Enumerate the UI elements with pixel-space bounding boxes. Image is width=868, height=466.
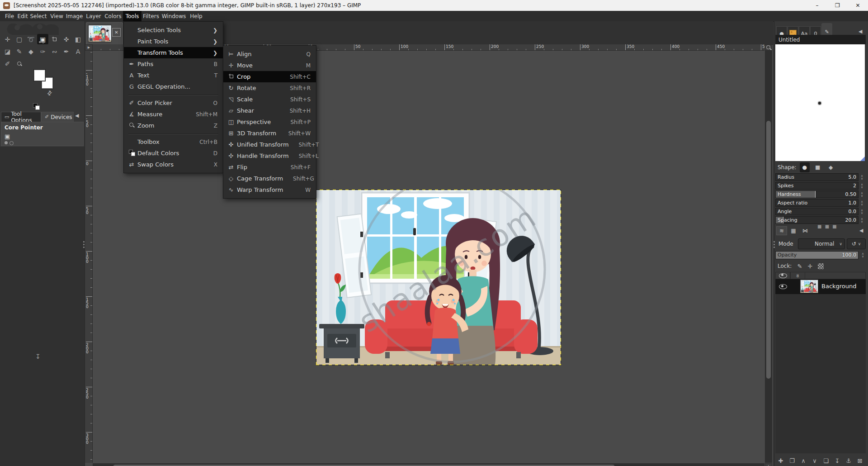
layer-visibility-eye-icon[interactable] <box>779 284 787 289</box>
opacity-spinner[interactable]: ∧∨ <box>860 251 866 259</box>
delete-layer-button[interactable]: ⊠ <box>855 456 865 465</box>
new-layer-group-button[interactable]: ❐ <box>787 456 797 465</box>
menu-item-measure[interactable]: ∡MeasureShift+M <box>124 109 223 120</box>
aspect-ratio-slider-spinner[interactable]: ∧∨ <box>859 199 865 207</box>
duplicate-layer-button[interactable]: ❏ <box>821 456 831 465</box>
spacing-slider-spinner[interactable]: ∧∨ <box>859 216 865 224</box>
spacing-slider[interactable]: Spacing20.0 <box>775 216 859 224</box>
spikes-slider-spinner[interactable]: ∧∨ <box>859 182 865 190</box>
anchor-layer-button[interactable]: ⚓ <box>844 456 854 465</box>
gradient-tool-icon[interactable]: ◧ <box>72 34 84 44</box>
menu-item-paths[interactable]: ✒PathsB <box>124 58 223 70</box>
eraser-tool-icon[interactable]: ◆ <box>25 46 37 57</box>
menubar-item-colors[interactable]: Colors <box>104 11 123 21</box>
zoom-tool-icon[interactable] <box>14 58 25 69</box>
lock-position-icon[interactable]: ✛ <box>807 263 812 270</box>
brush-preview-canvas[interactable] <box>775 44 865 161</box>
bucket-fill-tool-icon[interactable]: ◪ <box>2 46 13 57</box>
dynamics-tab[interactable]: ⋈ <box>800 226 811 235</box>
merge-down-button[interactable]: ↧ <box>832 456 842 465</box>
menubar-item-edit[interactable]: Edit <box>16 11 29 21</box>
mode-dropdown[interactable]: Normal ∨ <box>798 238 845 249</box>
image-canvas[interactable] <box>316 190 561 365</box>
aspect-ratio-slider[interactable]: Aspect ratio1.0 <box>775 199 859 207</box>
new-layer-button[interactable]: ✚ <box>776 456 786 465</box>
crop-tool-icon[interactable] <box>49 34 60 44</box>
brush-name-header[interactable]: Untitled <box>775 35 866 44</box>
lock-pixels-icon[interactable]: ✎ <box>797 263 802 270</box>
color-picker-tool-icon[interactable]: ✐ <box>2 58 13 69</box>
paths-tool-icon[interactable]: ✒ <box>61 46 72 57</box>
spikes-slider[interactable]: Spikes2 <box>775 182 859 190</box>
radius-slider[interactable]: Radius5.0 <box>775 173 859 181</box>
swap-colors-icon[interactable]: ⇄ <box>45 89 53 97</box>
dock-resize-grip[interactable] <box>83 241 85 249</box>
layer-row-background[interactable]: Background <box>775 279 866 294</box>
visibility-column-header[interactable] <box>775 272 790 279</box>
angle-slider[interactable]: Angle0.0 <box>775 208 859 215</box>
menubar-item-view[interactable]: View <box>49 11 64 21</box>
navigation-button[interactable]: ✛ <box>765 463 772 466</box>
paintbrush-tool-icon[interactable]: ✎ <box>14 46 25 57</box>
shape-circle-button[interactable]: ● <box>800 162 810 172</box>
tab-devices[interactable]: ✐Devices <box>41 112 74 122</box>
shape-diamond-button[interactable]: ◆ <box>826 162 836 172</box>
minimize-button[interactable]: – <box>807 0 827 11</box>
menubar-item-file[interactable]: File <box>3 11 16 21</box>
menubar-item-layer[interactable]: Layer <box>84 11 103 21</box>
radius-slider-spinner[interactable]: ∧∨ <box>859 173 865 181</box>
ink-tool-icon[interactable]: ✑ <box>37 46 48 57</box>
menu-item-selection-tools[interactable]: Selection Tools❯ <box>124 24 223 36</box>
smudge-tool-icon[interactable]: ∾ <box>49 46 60 57</box>
ruler-corner-button[interactable]: ▶ <box>85 44 93 51</box>
dock-collapse-icon[interactable]: ◀ <box>75 113 79 119</box>
submenu-item-perspective[interactable]: ◫PerspectiveShift+P <box>223 116 316 128</box>
panel-grip[interactable]: ■ ■ ■ <box>817 224 838 229</box>
close-button[interactable]: ✕ <box>848 0 868 11</box>
fuzzy-select-tool-icon[interactable]: ▣ <box>37 34 48 44</box>
opacity-slider[interactable]: Opacity 100.0 <box>775 251 859 259</box>
default-colors-icon[interactable] <box>33 103 39 109</box>
free-select-tool-icon[interactable]: ➰ <box>25 34 37 44</box>
menu-item-toolbox[interactable]: ToolboxCtrl+B <box>124 136 223 147</box>
submenu-item-3d-transform[interactable]: ⊞3D TransformShift+W <box>223 128 316 139</box>
horizontal-scrollbar[interactable] <box>93 463 764 466</box>
text-tool-icon[interactable]: A <box>72 46 84 57</box>
save-device-status-button[interactable]: ↧ <box>35 353 41 360</box>
menubar-item-image[interactable]: Image <box>65 11 84 21</box>
image-tab-close-icon[interactable]: ✕ <box>112 28 121 37</box>
menu-item-gegl-operation[interactable]: GGEGL Operation... <box>124 81 223 92</box>
lower-layer-button[interactable]: ∨ <box>810 456 820 465</box>
shape-square-button[interactable]: ■ <box>813 162 823 172</box>
menu-item-transform-tools[interactable]: Transform Tools❯ <box>124 47 223 58</box>
submenu-item-flip[interactable]: ⇄FlipShift+F <box>223 162 316 173</box>
dock-collapse-icon[interactable]: ◀ <box>859 228 863 233</box>
vertical-scrollbar[interactable] <box>765 51 772 463</box>
menubar-item-filters[interactable]: Filters <box>142 11 160 21</box>
brush-editor-view-tab[interactable]: ≋ <box>776 226 787 235</box>
raise-layer-button[interactable]: ∧ <box>798 456 808 465</box>
menu-item-paint-tools[interactable]: Paint Tools❯ <box>124 36 223 47</box>
dock-resize-grip[interactable] <box>773 241 775 249</box>
submenu-item-shear[interactable]: ▱ShearShift+H <box>223 105 316 116</box>
menubar-item-windows[interactable]: Windows <box>160 11 187 21</box>
grid-view-tab[interactable]: ▦ <box>788 226 799 235</box>
mode-switch-button[interactable]: ↺∨ <box>847 238 866 249</box>
layer-list-empty-area[interactable] <box>775 294 866 453</box>
menu-item-swap-colors[interactable]: ⇄Swap ColorsX <box>124 159 223 170</box>
lock-alpha-icon[interactable] <box>818 263 824 269</box>
move-tool-icon[interactable]: ✛ <box>2 34 13 44</box>
submenu-item-warp-transform[interactable]: ∿Warp TransformW <box>223 184 316 195</box>
menu-item-zoom[interactable]: ZoomZ <box>124 120 223 131</box>
hardness-slider-spinner[interactable]: ∧∨ <box>859 190 865 198</box>
submenu-item-align[interactable]: ⊨AlignQ <box>223 48 316 60</box>
menubar-item-select[interactable]: Select <box>29 11 47 21</box>
menu-item-text[interactable]: ATextT <box>124 70 223 81</box>
submenu-item-handle-transform[interactable]: ✣Handle TransformShift+L <box>223 150 316 162</box>
dock-collapse-icon[interactable]: ◀ <box>859 29 862 34</box>
submenu-item-rotate[interactable]: ↻RotateShift+R <box>223 82 316 94</box>
submenu-item-crop[interactable]: CropShift+C <box>223 71 316 82</box>
submenu-item-move[interactable]: ✛MoveM <box>223 60 316 71</box>
vertical-scrollbar-thumb[interactable] <box>766 121 771 379</box>
submenu-item-cage-transform[interactable]: ◇Cage TransformShift+G <box>223 173 316 184</box>
